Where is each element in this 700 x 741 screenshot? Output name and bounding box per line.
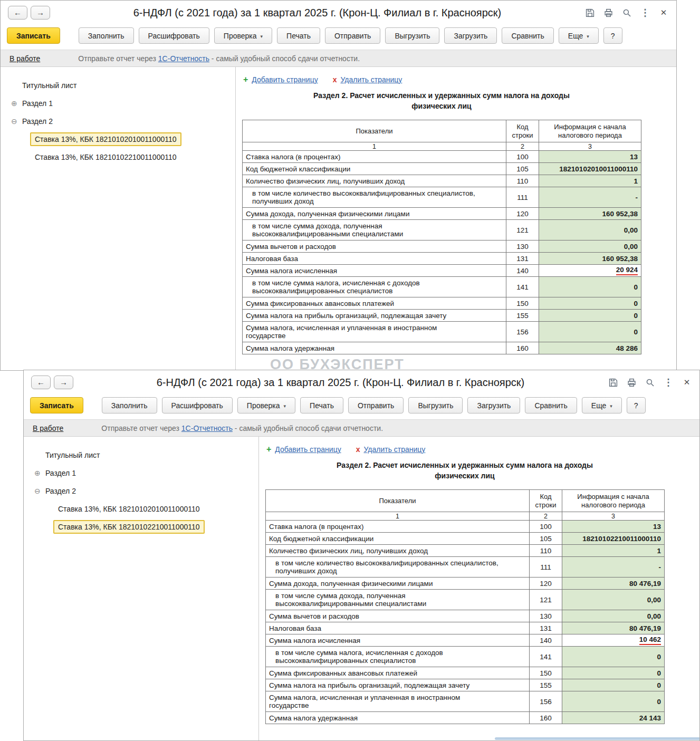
col-number-3: 3 xyxy=(562,512,665,521)
value-cell[interactable]: - xyxy=(539,187,641,208)
value-cell[interactable]: 160 952,38 xyxy=(539,208,641,220)
print-icon[interactable] xyxy=(603,7,613,18)
expander-icon[interactable]: ⊕ xyxy=(11,94,17,112)
value-cell[interactable]: 13 xyxy=(562,521,665,533)
value-cell[interactable]: - xyxy=(562,557,665,578)
print-button[interactable]: Печать xyxy=(300,397,343,413)
decode-button[interactable]: Расшифровать xyxy=(139,27,209,44)
value-cell[interactable]: 0 xyxy=(562,679,665,691)
horizontal-scrollbar[interactable] xyxy=(495,737,700,740)
value-cell[interactable]: 20 924 xyxy=(539,265,641,277)
value-cell[interactable]: 0,00 xyxy=(539,220,641,240)
import-button[interactable]: Загрузить xyxy=(444,27,497,44)
value-cell[interactable]: 0,00 xyxy=(539,240,641,253)
tree-item[interactable]: Ставка 13%, КБК 18210102010011000110 xyxy=(1,130,235,148)
print-button[interactable]: Печать xyxy=(277,27,320,44)
value-cell[interactable]: 0 xyxy=(562,647,665,667)
row-label: в том числе количество высококвалифициро… xyxy=(243,187,506,208)
value-text: 80 476,19 xyxy=(629,580,661,588)
tree-item[interactable]: Ставка 13%, КБК 18210102010011000110 xyxy=(24,500,258,518)
delete-page-link[interactable]: xУдалить страницу xyxy=(356,445,426,454)
back-button[interactable]: ← xyxy=(8,6,27,20)
forward-button[interactable]: → xyxy=(54,376,73,389)
more-menu-icon[interactable]: ⋮ xyxy=(640,7,650,18)
reporting-service-link[interactable]: 1С-Отчетность xyxy=(181,424,233,432)
tree-item[interactable]: Титульный лист xyxy=(1,76,235,94)
help-button[interactable]: ? xyxy=(627,397,646,413)
window-body: Титульный лист ⊕ Раздел 1 ⊖ Раздел 2 Ста… xyxy=(1,67,676,371)
export-button[interactable]: Выгрузить xyxy=(385,27,439,44)
tree-item[interactable]: ⊖ Раздел 2 xyxy=(24,482,258,500)
row-code: 156 xyxy=(506,322,539,342)
send-button[interactable]: Отправить xyxy=(348,397,404,413)
add-page-link[interactable]: +Добавить страницу xyxy=(243,75,318,84)
table-row: Сумма налога удержанная 160 24 143 xyxy=(266,712,665,724)
table-body: Ставка налога (в процентах) 100 13 Код б… xyxy=(266,521,665,724)
save-button[interactable]: Записать xyxy=(30,397,83,413)
find-icon[interactable] xyxy=(645,377,655,388)
value-cell[interactable]: 80 476,19 xyxy=(562,578,665,590)
tree-item[interactable]: Титульный лист xyxy=(24,446,258,464)
status-state-link[interactable]: В работе xyxy=(33,424,63,432)
more-menu-icon[interactable]: ⋮ xyxy=(663,377,674,388)
value-cell[interactable]: 18210102210011000110 xyxy=(562,533,665,545)
value-cell[interactable]: 160 952,38 xyxy=(539,253,641,265)
print-icon[interactable] xyxy=(626,377,637,388)
save-icon[interactable] xyxy=(584,7,595,18)
check-button[interactable]: Проверка▾ xyxy=(237,397,295,413)
status-state-link[interactable]: В работе xyxy=(9,54,40,63)
value-cell[interactable]: 1 xyxy=(539,175,641,187)
fill-button[interactable]: Заполнить xyxy=(79,27,134,44)
expander-icon[interactable]: ⊖ xyxy=(34,482,41,500)
row-code: 130 xyxy=(506,240,539,253)
compare-button[interactable]: Сравнить xyxy=(502,27,553,44)
value-cell[interactable]: 13 xyxy=(539,151,641,163)
value-cell[interactable]: 0,00 xyxy=(562,590,665,610)
value-text: 10 462 xyxy=(639,636,661,645)
compare-button[interactable]: Сравнить xyxy=(525,397,577,413)
tree-item[interactable]: ⊕ Раздел 1 xyxy=(1,94,235,112)
close-icon[interactable]: ✕ xyxy=(658,7,669,18)
find-icon[interactable] xyxy=(621,7,632,18)
value-cell[interactable]: 18210102010011000110 xyxy=(539,163,641,175)
value-cell[interactable]: 48 286 xyxy=(539,342,641,354)
value-text: 0,00 xyxy=(647,596,661,604)
tree-item[interactable]: ⊖ Раздел 2 xyxy=(1,112,235,130)
delete-page-link[interactable]: xУдалить страницу xyxy=(333,75,402,84)
fill-button[interactable]: Заполнить xyxy=(102,397,157,413)
value-cell[interactable]: 80 476,19 xyxy=(562,622,665,634)
value-cell[interactable]: 0 xyxy=(539,277,641,297)
check-button[interactable]: Проверка▾ xyxy=(214,27,272,44)
add-page-link[interactable]: +Добавить страницу xyxy=(266,445,341,454)
value-cell[interactable]: 24 143 xyxy=(562,712,665,724)
tree-item[interactable]: ⊕ Раздел 1 xyxy=(24,464,258,482)
more-button[interactable]: Еще▾ xyxy=(582,397,622,413)
value-cell[interactable]: 1 xyxy=(562,545,665,557)
reporting-service-link[interactable]: 1С-Отчетность xyxy=(158,54,209,63)
value-cell[interactable]: 0 xyxy=(539,310,641,322)
table-header-rows: Показатели Код строки Информация с начал… xyxy=(243,120,641,151)
value-cell[interactable]: 0 xyxy=(539,322,641,342)
value-cell[interactable]: 10 462 xyxy=(562,634,665,647)
toolbar: Записать Заполнить Расшифровать Проверка… xyxy=(24,394,699,419)
tree-item[interactable]: Ставка 13%, КБК 18210102210011000110 xyxy=(24,518,258,536)
import-button[interactable]: Загрузить xyxy=(467,397,520,413)
tree-item[interactable]: Ставка 13%, КБК 18210102210011000110 xyxy=(1,148,235,166)
export-button[interactable]: Выгрузить xyxy=(408,397,463,413)
value-cell[interactable]: 0,00 xyxy=(562,610,665,622)
value-cell[interactable]: 0 xyxy=(539,297,641,310)
decode-button[interactable]: Расшифровать xyxy=(162,397,233,413)
help-button[interactable]: ? xyxy=(603,27,622,44)
more-button[interactable]: Еще▾ xyxy=(559,27,599,44)
save-icon[interactable] xyxy=(608,377,618,388)
row-label: Количество физических лиц, получивших до… xyxy=(266,545,530,557)
expander-icon[interactable]: ⊖ xyxy=(11,112,17,130)
value-cell[interactable]: 0 xyxy=(562,691,665,712)
expander-icon[interactable]: ⊕ xyxy=(34,464,41,482)
save-button[interactable]: Записать xyxy=(7,27,60,44)
value-cell[interactable]: 0 xyxy=(562,667,665,679)
back-button[interactable]: ← xyxy=(31,376,51,389)
send-button[interactable]: Отправить xyxy=(325,27,380,44)
close-icon[interactable]: ✕ xyxy=(682,377,692,388)
forward-button[interactable]: → xyxy=(31,6,50,20)
